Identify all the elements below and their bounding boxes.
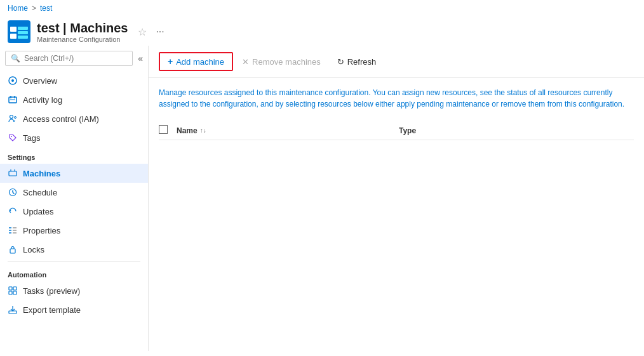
settings-section-label: Settings bbox=[0, 147, 148, 164]
sidebar-item-label: Access control (IAM) bbox=[23, 114, 99, 124]
svg-rect-28 bbox=[9, 287, 12, 290]
col-name-header: Name bbox=[177, 126, 198, 135]
sidebar: 🔍 « Overview Activity log Access control… bbox=[0, 46, 149, 351]
close-icon: ✕ bbox=[242, 57, 249, 67]
remove-machines-label: Remove machines bbox=[252, 57, 321, 67]
favorite-star-icon[interactable]: ☆ bbox=[138, 26, 147, 38]
page-header: test | Machines Maintenance Configuratio… bbox=[0, 16, 644, 46]
sort-icon[interactable]: ↑↓ bbox=[200, 127, 206, 134]
sidebar-item-label: Overview bbox=[23, 76, 57, 86]
sidebar-item-machines[interactable]: Machines bbox=[0, 164, 148, 183]
page-title-block: test | Machines Maintenance Configuratio… bbox=[37, 21, 128, 43]
locks-icon bbox=[8, 244, 18, 254]
collapse-sidebar-button[interactable]: « bbox=[133, 53, 148, 63]
access-control-icon bbox=[8, 114, 18, 124]
add-machine-label: Add machine bbox=[176, 57, 224, 67]
add-machine-button[interactable]: + Add machine bbox=[159, 52, 233, 71]
svg-point-14 bbox=[11, 136, 12, 137]
breadcrumb-home[interactable]: Home bbox=[8, 4, 28, 13]
tags-icon bbox=[8, 133, 18, 143]
page-title: test | Machines bbox=[37, 21, 128, 36]
svg-rect-29 bbox=[13, 287, 17, 290]
svg-rect-15 bbox=[9, 171, 17, 176]
select-all-checkbox[interactable] bbox=[159, 125, 168, 134]
sidebar-item-tasks-preview[interactable]: Tasks (preview) bbox=[0, 281, 148, 300]
automation-divider bbox=[8, 261, 140, 262]
search-input[interactable] bbox=[24, 54, 127, 63]
activity-log-icon bbox=[8, 95, 18, 105]
sidebar-item-label: Properties bbox=[23, 226, 60, 235]
sidebar-item-label: Schedule bbox=[23, 188, 57, 197]
export-icon bbox=[8, 305, 18, 315]
sidebar-item-schedule[interactable]: Schedule bbox=[0, 183, 148, 202]
sidebar-item-label: Updates bbox=[23, 207, 53, 216]
sidebar-item-tags[interactable]: Tags bbox=[0, 128, 148, 147]
sidebar-item-label: Tasks (preview) bbox=[23, 286, 80, 296]
sidebar-item-export-template[interactable]: Export template bbox=[0, 300, 148, 319]
table-area: Name ↑↓ Type bbox=[149, 119, 644, 147]
svg-point-13 bbox=[15, 117, 17, 119]
updates-icon bbox=[8, 206, 18, 216]
sidebar-item-overview[interactable]: Overview bbox=[0, 71, 148, 90]
breadcrumb-separator: > bbox=[32, 4, 36, 13]
sidebar-item-access-control[interactable]: Access control (IAM) bbox=[0, 109, 148, 128]
schedule-icon bbox=[8, 187, 18, 197]
svg-point-12 bbox=[10, 115, 13, 119]
sidebar-item-label: Activity log bbox=[23, 95, 62, 105]
svg-rect-5 bbox=[18, 36, 28, 39]
sidebar-item-locks[interactable]: Locks bbox=[0, 240, 148, 259]
main-content: + Add machine ✕ Remove machines ↻ Refres… bbox=[149, 46, 644, 351]
sidebar-item-label: Locks bbox=[23, 245, 44, 254]
sidebar-item-label: Export template bbox=[23, 305, 81, 315]
svg-rect-2 bbox=[10, 34, 17, 39]
svg-line-20 bbox=[13, 192, 15, 194]
svg-rect-27 bbox=[10, 249, 15, 253]
more-options-icon[interactable]: ··· bbox=[156, 26, 164, 37]
sidebar-item-properties[interactable]: Properties bbox=[0, 221, 148, 240]
table-header: Name ↑↓ Type bbox=[159, 125, 634, 140]
refresh-button[interactable]: ↻ Refresh bbox=[330, 54, 384, 70]
sidebar-item-label: Machines bbox=[23, 169, 60, 178]
page-icon bbox=[8, 20, 30, 43]
svg-point-7 bbox=[11, 79, 14, 82]
svg-rect-1 bbox=[10, 27, 17, 32]
toolbar: + Add machine ✕ Remove machines ↻ Refres… bbox=[149, 46, 644, 78]
col-type-header: Type bbox=[399, 126, 416, 135]
info-text: Manage resources assigned to this mainte… bbox=[149, 78, 644, 119]
sidebar-item-updates[interactable]: Updates bbox=[0, 202, 148, 221]
search-box: 🔍 bbox=[5, 51, 133, 66]
search-icon: 🔍 bbox=[11, 54, 20, 63]
add-icon: + bbox=[168, 56, 173, 67]
svg-rect-3 bbox=[18, 27, 28, 30]
remove-machines-button[interactable]: ✕ Remove machines bbox=[234, 54, 328, 70]
sidebar-item-activity-log[interactable]: Activity log bbox=[0, 90, 148, 109]
page-subtitle: Maintenance Configuration bbox=[37, 36, 128, 43]
svg-rect-31 bbox=[13, 291, 17, 294]
properties-icon bbox=[8, 225, 18, 235]
automation-section-label: Automation bbox=[0, 265, 148, 281]
machines-icon bbox=[8, 168, 18, 178]
breadcrumb-current[interactable]: test bbox=[40, 4, 52, 13]
breadcrumb: Home > test bbox=[0, 0, 644, 16]
overview-icon bbox=[8, 76, 18, 86]
svg-rect-30 bbox=[9, 291, 12, 294]
svg-rect-4 bbox=[18, 31, 28, 34]
sidebar-item-label: Tags bbox=[23, 133, 40, 143]
tasks-icon bbox=[8, 286, 18, 296]
refresh-icon: ↻ bbox=[337, 57, 344, 67]
refresh-label: Refresh bbox=[347, 57, 377, 67]
